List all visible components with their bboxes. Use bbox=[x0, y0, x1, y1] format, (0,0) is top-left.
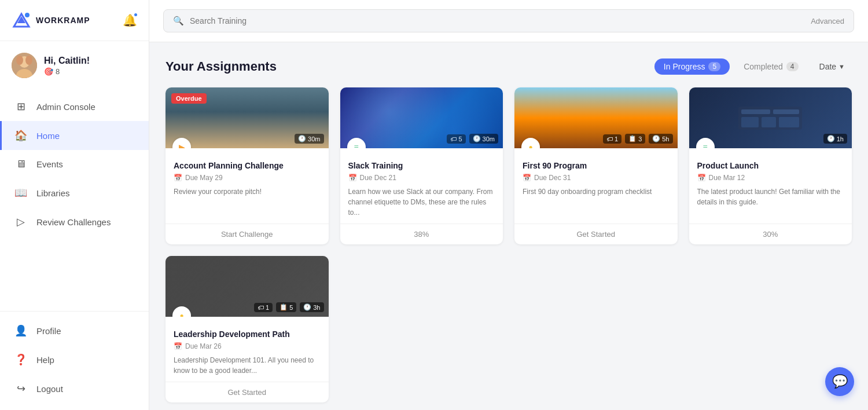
sidebar-item-label: Home bbox=[36, 131, 60, 141]
due-date: Due Dec 31 bbox=[534, 174, 571, 182]
card-desc-account: Review your corporate pitch! bbox=[174, 186, 321, 218]
sidebar-item-admin-console[interactable]: ⊞ Admin Console bbox=[0, 92, 149, 121]
notification-dot bbox=[133, 12, 138, 17]
svg-point-6 bbox=[16, 56, 23, 65]
user-greeting: Hi, Caitlin! bbox=[44, 56, 137, 66]
books-value: 1 bbox=[615, 136, 618, 142]
card-title-slack: Slack Training bbox=[348, 161, 495, 170]
badge-count: 8 bbox=[56, 67, 60, 76]
logo-area: WORKRAMP 🔔 bbox=[0, 0, 149, 41]
assignments-title: Your Assignments bbox=[165, 59, 277, 74]
card-type-icon-first90: ● bbox=[521, 138, 540, 148]
modules-value: 5 bbox=[458, 136, 462, 142]
time-value: 30m bbox=[308, 136, 320, 142]
search-container: 🔍 Advanced bbox=[163, 9, 854, 32]
user-info: Hi, Caitlin! 🎯 8 bbox=[44, 56, 137, 76]
sidebar-item-label: Admin Console bbox=[36, 102, 95, 112]
calendar-icon: 📅 bbox=[348, 174, 357, 182]
card-desc-first90: First 90 day onboarding program checklis… bbox=[523, 186, 670, 218]
svg-rect-12 bbox=[762, 117, 776, 127]
card-image-first90: 🏷 1 📋 3 🕐 5h ● bbox=[514, 87, 678, 148]
sidebar-item-label: Logout bbox=[36, 384, 63, 394]
card-body-first90: First 90 Program 📅 Due Dec 31 First 90 d… bbox=[514, 148, 678, 224]
review-challenges-icon: ▷ bbox=[14, 215, 27, 228]
time-value: 5h bbox=[662, 136, 669, 142]
content-area: Your Assignments In Progress 5 Completed… bbox=[149, 42, 868, 410]
sidebar-item-review-challenges[interactable]: ▷ Review Challenges bbox=[0, 207, 149, 236]
card-due-leadership: 📅 Due Mar 26 bbox=[174, 342, 321, 350]
card-body-product: Product Launch 📅 Due Mar 12 The latest p… bbox=[689, 148, 852, 224]
card-footer-first90[interactable]: Get Started bbox=[514, 224, 678, 244]
due-date: Due Mar 26 bbox=[185, 342, 222, 350]
card-body-leadership: Leadership Development Path 📅 Due Mar 26… bbox=[165, 317, 329, 382]
card-footer-slack[interactable]: 38% bbox=[340, 224, 503, 244]
svg-point-2 bbox=[25, 13, 30, 17]
search-input[interactable] bbox=[190, 16, 805, 25]
due-date: Due Mar 12 bbox=[709, 174, 745, 182]
book-icon: 📋 bbox=[628, 135, 637, 142]
sidebar-item-label: Profile bbox=[36, 326, 61, 336]
search-advanced-button[interactable]: Advanced bbox=[811, 17, 844, 25]
svg-rect-13 bbox=[779, 117, 799, 127]
svg-point-7 bbox=[25, 56, 32, 65]
card-title-leadership: Leadership Development Path bbox=[174, 330, 321, 339]
sidebar-item-events[interactable]: 🖥 Events bbox=[0, 150, 149, 178]
notification-bell[interactable]: 🔔 bbox=[123, 13, 137, 27]
sidebar-item-libraries[interactable]: 📖 Libraries bbox=[0, 178, 149, 207]
logo: WORKRAMP bbox=[12, 10, 90, 30]
card-footer-product[interactable]: 30% bbox=[689, 224, 852, 244]
tag-icon: 🏷 bbox=[606, 136, 613, 142]
sidebar-item-label: Help bbox=[36, 355, 54, 365]
date-filter-label: Date bbox=[819, 62, 837, 71]
time-badge-leadership: 🕐 3h bbox=[300, 302, 323, 312]
sidebar-item-help[interactable]: ❓ Help bbox=[0, 345, 149, 374]
date-filter[interactable]: Date ▼ bbox=[812, 58, 852, 75]
card-due-account: 📅 Due May 29 bbox=[174, 174, 321, 182]
due-date: Due Dec 21 bbox=[360, 174, 396, 182]
card-product-launch: 🕐 1h ≡ Product Launch 📅 Due Mar 12 The l… bbox=[689, 87, 852, 244]
logout-icon: ↪ bbox=[14, 382, 27, 395]
card-due-first90: 📅 Due Dec 31 bbox=[523, 174, 670, 182]
avatar bbox=[12, 53, 37, 78]
sidebar-item-label: Review Challenges bbox=[36, 217, 111, 227]
clock-icon: 🕐 bbox=[827, 135, 835, 142]
clock-icon: 🕐 bbox=[473, 135, 481, 142]
card-footer-leadership[interactable]: Get Started bbox=[165, 382, 329, 402]
card-footer-account[interactable]: Start Challenge bbox=[165, 224, 329, 244]
search-icon: 🔍 bbox=[173, 16, 184, 26]
cards-row-2: 🏷 1 📋 5 🕐 3h ● bbox=[165, 256, 852, 402]
clock-icon: 🕐 bbox=[298, 135, 306, 142]
sidebar-item-logout[interactable]: ↪ Logout bbox=[0, 374, 149, 403]
card-meta-product: 🕐 1h bbox=[823, 134, 847, 144]
calendar-icon: 📅 bbox=[523, 174, 531, 182]
card-desc-slack: Learn how we use Slack at our company. F… bbox=[348, 186, 495, 218]
logo-text: WORKRAMP bbox=[36, 16, 90, 25]
card-leadership-dev: 🏷 1 📋 5 🕐 3h ● bbox=[165, 256, 329, 402]
time-badge-first90: 🕐 5h bbox=[649, 134, 672, 144]
modules-badge-leadership: 📋 5 bbox=[276, 302, 296, 312]
overdue-badge: Overdue bbox=[171, 93, 207, 104]
calendar-icon: 📅 bbox=[174, 342, 182, 350]
profile-icon: 👤 bbox=[14, 324, 27, 337]
card-slack-training: 🏷 5 🕐 30m ≡ Slack Training 📅 Due bbox=[340, 87, 503, 244]
cards-row-1: Overdue 🕐 30m ▶ Account Planning Challen… bbox=[165, 87, 852, 244]
filter-tab-in-progress[interactable]: In Progress 5 bbox=[654, 58, 730, 75]
due-date: Due May 29 bbox=[185, 174, 223, 182]
card-type-icon-account: ▶ bbox=[172, 138, 191, 148]
card-type-icon-slack: ≡ bbox=[347, 138, 366, 148]
card-body-slack: Slack Training 📅 Due Dec 21 Learn how we… bbox=[340, 148, 503, 224]
filter-tab-completed[interactable]: Completed 4 bbox=[734, 58, 807, 75]
card-desc-leadership: Leadership Development 101. All you need… bbox=[174, 355, 321, 376]
sidebar-item-home[interactable]: 🏠 Home bbox=[0, 121, 149, 150]
modules-value: 3 bbox=[638, 136, 642, 142]
help-icon: ❓ bbox=[14, 353, 27, 366]
sidebar-item-profile[interactable]: 👤 Profile bbox=[0, 316, 149, 345]
card-meta-account: 🕐 30m bbox=[295, 134, 323, 144]
clock-icon: 🕐 bbox=[303, 303, 311, 311]
main-content: 🔍 Advanced Your Assignments In Progress … bbox=[149, 0, 868, 410]
card-due-product: 📅 Due Mar 12 bbox=[697, 174, 844, 182]
card-title-account: Account Planning Challenge bbox=[174, 161, 321, 170]
completed-count: 4 bbox=[786, 62, 799, 71]
assignments-header: Your Assignments In Progress 5 Completed… bbox=[165, 58, 852, 75]
chat-button[interactable]: 💬 bbox=[825, 367, 854, 396]
